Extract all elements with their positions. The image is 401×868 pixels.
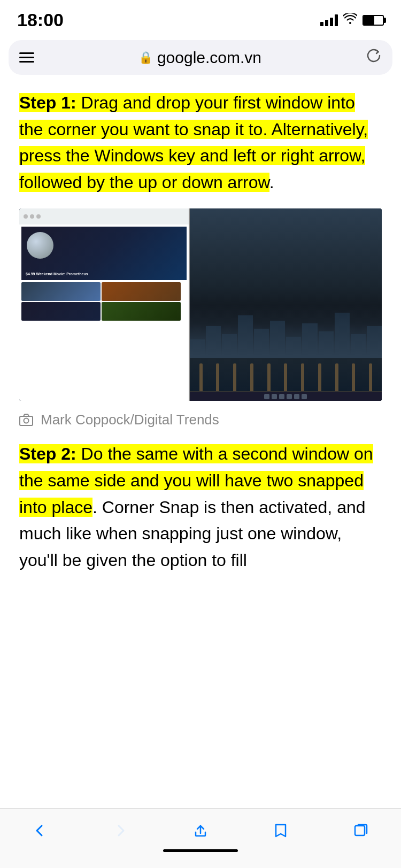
- caption-text: Mark Coppock/Digital Trends: [41, 412, 219, 428]
- lock-icon: 🔒: [138, 51, 153, 65]
- image-caption: Mark Coppock/Digital Trends: [19, 401, 382, 441]
- svg-rect-2: [355, 826, 365, 835]
- tabs-button[interactable]: [340, 817, 382, 844]
- step1-paragraph: Step 1: Drag and drop your first window …: [19, 90, 382, 196]
- forward-button[interactable]: [99, 817, 142, 844]
- step2-paragraph: Step 2: Do the same with a second window…: [19, 441, 382, 584]
- svg-point-1: [24, 418, 29, 423]
- menu-icon[interactable]: [19, 52, 34, 63]
- url-text: google.com.vn: [157, 49, 261, 67]
- article-content: Step 1: Drag and drop your first window …: [0, 81, 401, 584]
- camera-icon: [19, 413, 33, 427]
- wifi-icon: [343, 13, 357, 27]
- step1-arrow2: arrow: [228, 173, 269, 192]
- nav-buttons: [0, 817, 401, 844]
- signal-icon: [320, 14, 338, 26]
- bookmarks-button[interactable]: [259, 817, 302, 844]
- status-icons: [320, 13, 384, 27]
- step1-period: .: [269, 173, 274, 192]
- share-button[interactable]: [179, 817, 222, 844]
- image-right: [190, 208, 382, 401]
- step1-label: Step 1:: [19, 93, 76, 112]
- image-left: $4.99 Weekend Movie: Prometheus: [19, 208, 190, 401]
- status-time: 18:00: [17, 10, 64, 30]
- home-indicator: [163, 849, 238, 852]
- status-bar: 18:00: [0, 0, 401, 36]
- article-image-container: $4.99 Weekend Movie: Prometheus: [19, 208, 382, 441]
- article-image: $4.99 Weekend Movie: Prometheus: [19, 208, 382, 401]
- reload-icon[interactable]: [366, 48, 382, 67]
- battery-icon: [363, 15, 384, 26]
- step2-label: Step 2:: [19, 444, 76, 463]
- address-bar[interactable]: 🔒 google.com.vn: [9, 40, 392, 75]
- back-button[interactable]: [19, 817, 61, 844]
- step1-arrow: arrow: [319, 146, 360, 165]
- url-area[interactable]: 🔒 google.com.vn: [34, 49, 366, 67]
- bottom-navigation: [0, 808, 401, 868]
